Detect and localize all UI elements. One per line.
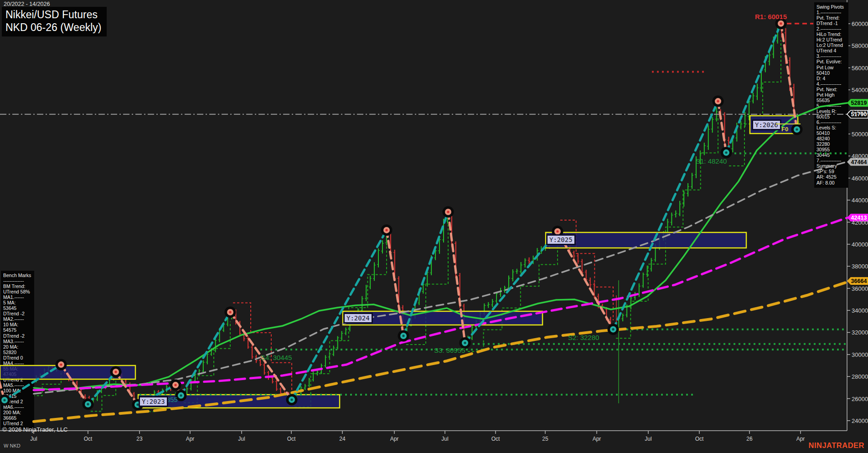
pivot-low-marker bbox=[83, 398, 94, 410]
pivot-high-marker bbox=[775, 18, 787, 29]
pivot-high-marker bbox=[552, 226, 563, 237]
svg-text:42413: 42413 bbox=[851, 215, 867, 221]
svg-text:36664: 36664 bbox=[851, 278, 867, 284]
pivot-low-marker bbox=[398, 330, 409, 341]
swing-line bbox=[465, 232, 558, 343]
pivot-low-marker bbox=[0, 394, 10, 406]
swing-line bbox=[613, 101, 718, 329]
pivot-high-marker bbox=[225, 306, 236, 318]
price-axis-badge: 36664 bbox=[847, 277, 868, 285]
pivot-low-marker bbox=[460, 337, 471, 349]
svg-text:51790: 51790 bbox=[851, 111, 867, 118]
pivot-high-marker bbox=[381, 224, 393, 236]
pivot-low-marker bbox=[132, 399, 144, 410]
year-range-box bbox=[138, 395, 340, 408]
year-range-box bbox=[546, 232, 746, 248]
pivot-low-marker bbox=[791, 124, 803, 135]
pivot-low-marker bbox=[286, 394, 298, 406]
pivot-high-marker bbox=[170, 379, 181, 391]
year-range-box bbox=[750, 116, 798, 134]
swing-line bbox=[781, 24, 797, 129]
pivot-low-marker bbox=[721, 147, 732, 158]
pivot-high-marker bbox=[443, 206, 454, 217]
price-axis-badge: 42413 bbox=[847, 214, 868, 221]
svg-text:52819: 52819 bbox=[851, 100, 867, 106]
price-axis-badge: 52819 bbox=[847, 99, 868, 107]
pivot-high-marker bbox=[110, 366, 122, 378]
pivot-low-marker bbox=[176, 390, 187, 401]
chart-window: Bench Marks-------------BM Trend:UTrend … bbox=[0, 0, 868, 453]
pivot-high-marker bbox=[713, 96, 724, 107]
swing-line bbox=[718, 101, 726, 153]
swing-line bbox=[181, 312, 230, 396]
price-axis-badge: 51790 bbox=[847, 110, 868, 118]
overlay-canvas: 5281951790474644241336664 bbox=[0, 0, 868, 453]
price-axis-badge: 47464 bbox=[847, 158, 868, 166]
pivot-high-marker bbox=[56, 359, 67, 371]
pivot-low-marker bbox=[608, 324, 619, 335]
svg-text:47464: 47464 bbox=[851, 159, 867, 165]
moving-average-55ma bbox=[34, 162, 847, 394]
